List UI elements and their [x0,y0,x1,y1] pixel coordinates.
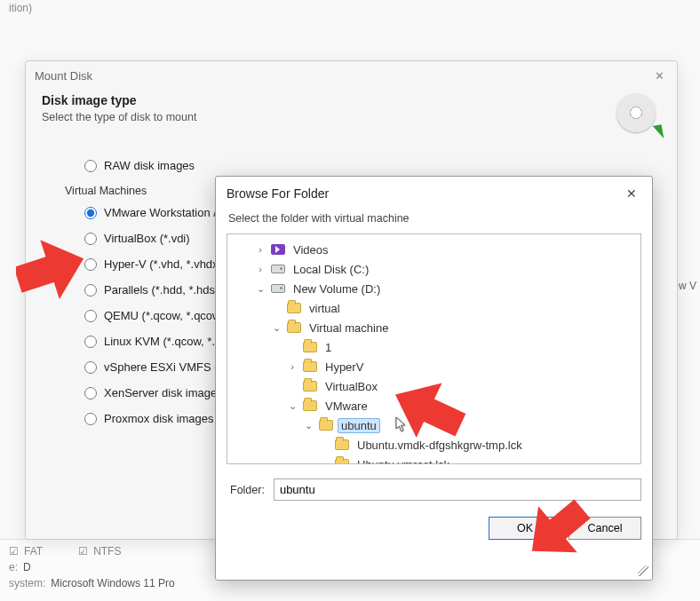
fs-ntfs-label: NTFS [93,545,121,558]
folder-icon [286,301,302,315]
folder-icon [302,379,318,393]
fs-fat-label: FAT [24,545,43,558]
cancel-button[interactable]: Cancel [569,517,641,540]
disc-icon [616,93,661,138]
tree-item-1[interactable]: 1 [231,337,637,357]
videos-icon [270,242,286,257]
close-icon[interactable]: ✕ [622,184,641,203]
browse-subtitle: Select the folder with virtual machine [216,210,652,233]
mount-subtitle: Select the type of disk to mount [42,111,196,123]
radio-raw[interactable] [84,160,97,172]
browse-folder-dialog: Browse For Folder ✕ Select the folder wi… [215,176,653,581]
radio-qemu[interactable] [84,310,97,322]
tree-item-virtual[interactable]: virtual [231,298,637,318]
radio-parallels-label: Parallels (*.hdd, *.hds) [104,283,219,297]
radio-raw-label: RAW disk images [104,159,195,172]
tree-item-local-c[interactable]: ›Local Disk (C:) [231,259,637,279]
tree-item-new-volume[interactable]: ⌄New Volume (D:) [231,279,637,298]
radio-virtualbox[interactable] [84,233,97,245]
tree-item-virtual-machine[interactable]: ⌄Virtual machine [231,318,637,337]
radio-parallels[interactable] [84,284,97,297]
folder-icon [334,457,350,464]
folder-input[interactable] [274,478,641,501]
radio-hyperv[interactable] [84,258,97,271]
radio-virtualbox-label: VirtualBox (*.vdi) [104,232,190,245]
os-label: system: [9,577,45,589]
folder-icon [302,399,318,413]
close-icon[interactable]: ✕ [650,67,668,84]
radio-xenserver-label: XenServer disk images [104,386,223,399]
tree-item-vmware[interactable]: ⌄VMware [231,396,637,415]
drive-icon [270,262,286,276]
folder-icon [286,320,302,335]
tree-item-lck1[interactable]: Ubuntu.vmdk-dfgshkgrw-tmp.lck [231,435,637,455]
drive-icon [270,281,286,296]
tree-item-ubuntu[interactable]: ⌄ubuntu [231,415,637,435]
folder-icon [302,360,318,374]
os-value: Microsoft Windows 11 Pro [51,577,174,589]
radio-proxmox-label: Proxmox disk images [104,412,214,425]
drive-value: D [23,561,31,573]
folder-icon [302,340,318,354]
cursor-icon [395,416,408,432]
radio-qemu-label: QEMU (*.qcow, *.qcow2, [104,309,230,322]
window-title-fragment: ition) [9,2,32,14]
drive-label: e: [9,561,18,573]
folder-icon [318,418,334,432]
resize-grip[interactable] [638,565,648,576]
folder-icon [334,438,350,452]
radio-linuxkvm[interactable] [84,336,97,348]
tree-item-lck2[interactable]: Ubuntu.vmrest.lck [231,455,637,464]
ok-button[interactable]: OK [489,517,561,540]
tree-item-virtualbox[interactable]: VirtualBox [231,376,637,396]
tree-item-hyperv[interactable]: ›HyperV [231,357,637,376]
radio-hyperv-label: Hyper-V (*.vhd, *.vhdx) [104,257,222,271]
tree-item-videos[interactable]: ›Videos [231,240,637,259]
radio-vmware[interactable] [84,207,97,219]
mount-dialog-title: Mount Disk [35,69,92,83]
folder-label: Folder: [230,484,265,496]
browse-title: Browse For Folder [227,186,329,201]
mount-heading: Disk image type [42,93,196,107]
radio-proxmox[interactable] [84,413,97,425]
radio-xenserver[interactable] [84,387,97,399]
folder-tree[interactable]: ›Videos ›Local Disk (C:) ⌄New Volume (D:… [227,233,641,464]
radio-vsphere[interactable] [84,361,97,374]
